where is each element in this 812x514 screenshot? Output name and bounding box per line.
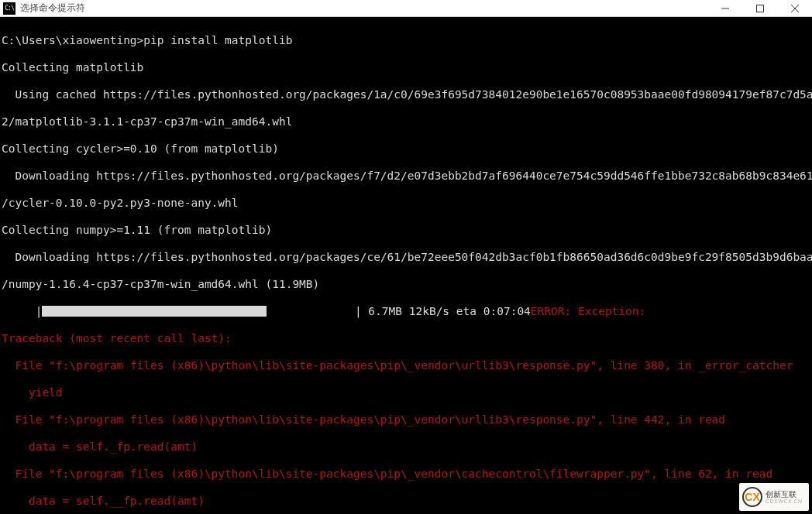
svg-rect-1 (756, 5, 763, 12)
window-title: 选择命令提示符 (20, 2, 707, 15)
traceback-line: File "f:\program files (x86)\python\lib\… (2, 359, 810, 373)
output-line: Downloading https://files.pythonhosted.o… (2, 251, 810, 265)
watermark-logo-icon: CX (742, 487, 762, 507)
maximize-button[interactable] (742, 0, 777, 16)
output-line: Collecting cycler>=0.10 (from matplotlib… (2, 142, 810, 156)
close-button[interactable] (777, 0, 812, 16)
window-titlebar: C:\ 选择命令提示符 (0, 0, 812, 17)
traceback-line: yield (2, 386, 810, 400)
app-icon: C:\ (3, 2, 15, 15)
output-line: Using cached https://files.pythonhosted.… (2, 88, 810, 102)
output-line: Collecting matplotlib (2, 61, 810, 75)
minimize-button[interactable] (707, 0, 742, 16)
output-line: /numpy-1.16.4-cp37-cp37m-win_amd64.whl (… (2, 278, 810, 292)
terminal-output[interactable]: C:\Users\xiaowenting>pip install matplot… (0, 17, 812, 514)
watermark-text: 创新互联 CDXWCX.CN (766, 490, 803, 505)
prompt-line: C:\Users\xiaowenting>pip install matplot… (2, 34, 810, 48)
traceback-line: data = self._fp.read(amt) (2, 440, 810, 454)
traceback-line: data = self.__fp.read(amt) (2, 495, 810, 509)
output-line: Collecting numpy>=1.11 (from matplotlib) (2, 224, 810, 238)
traceback-line: Traceback (most recent call last): (2, 332, 810, 346)
output-line: Downloading https://files.pythonhosted.o… (2, 170, 810, 183)
window-controls (707, 0, 812, 16)
traceback-line: File "f:\program files (x86)\python\lib\… (2, 468, 810, 481)
output-line: 2/matplotlib-3.1.1-cp37-cp37m-win_amd64.… (2, 115, 810, 129)
watermark-badge: CX 创新互联 CDXWCX.CN (739, 483, 809, 511)
output-line: /cycler-0.10.0-py2.py3-none-any.whl (2, 197, 810, 211)
traceback-line: File "f:\program files (x86)\python\lib\… (2, 413, 810, 427)
progress-line: | | 6.7MB 12kB/s eta 0:07:04ERROR: Excep… (2, 305, 810, 319)
